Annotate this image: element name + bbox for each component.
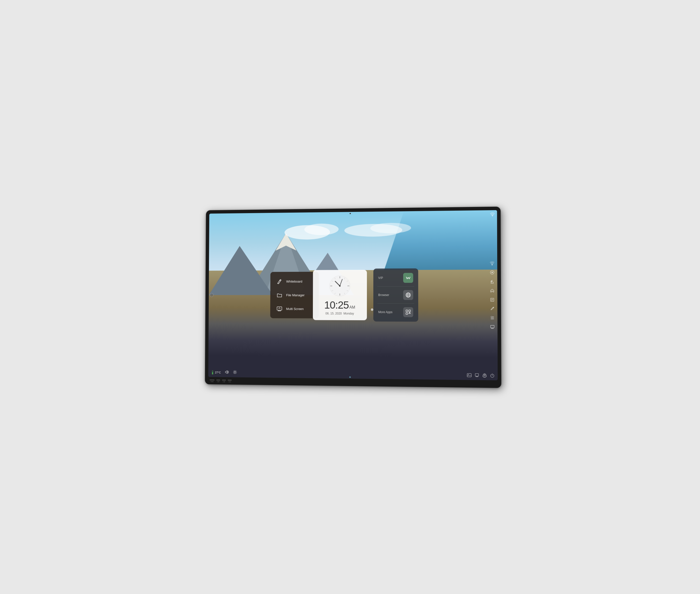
svg-rect-32 — [409, 310, 410, 311]
sidebar-wifi-btn[interactable] — [488, 260, 496, 267]
port-indicators: HDMI USB USB VGA — [210, 380, 231, 383]
tv-screen: Whiteboard File Manager — [208, 210, 498, 381]
file-manager-menu-item[interactable]: File Manager — [273, 289, 316, 301]
bottom-indicator — [349, 376, 351, 378]
browser-icon — [403, 290, 413, 300]
sidebar-home-btn[interactable] — [488, 287, 496, 294]
settings-button[interactable] — [482, 373, 487, 378]
sidebar-screen-btn[interactable] — [488, 323, 496, 330]
svg-point-54 — [212, 373, 213, 374]
digital-time-display: 10:25 AM — [324, 300, 355, 310]
svg-line-61 — [236, 373, 236, 373]
date-value: 06. 15. 2020 — [325, 312, 342, 315]
ampm-label: AM — [349, 305, 355, 309]
more-apps-label: More Apps — [378, 310, 392, 314]
svg-point-28 — [407, 293, 409, 297]
separator-1 — [377, 286, 414, 287]
svg-line-63 — [236, 371, 236, 371]
apps-panel: VIP Browser — [373, 268, 418, 322]
screen-cast-button[interactable] — [475, 373, 479, 378]
more-apps-item[interactable]: More Apps — [375, 305, 416, 320]
camera-dot — [349, 213, 351, 214]
separator-2 — [377, 303, 414, 304]
temperature-display: 27°C — [211, 370, 221, 375]
sidebar-files-btn[interactable] — [488, 296, 496, 303]
sidebar-dot-btn[interactable] — [488, 269, 496, 276]
temperature-value: 27°C — [215, 371, 221, 374]
whiteboard-label: Whiteboard — [286, 279, 302, 283]
svg-point-37 — [491, 272, 492, 273]
port-group-1: HDMI — [210, 380, 214, 382]
vip-app-item[interactable]: VIP — [375, 270, 416, 286]
svg-rect-33 — [406, 313, 408, 315]
gallery-button[interactable] — [467, 373, 472, 378]
sidebar-pen-btn[interactable] — [488, 305, 496, 312]
tv-display: Whiteboard File Manager — [205, 207, 501, 388]
status-left: 27°C — [211, 370, 237, 375]
multi-screen-label: Multi Screen — [286, 307, 304, 310]
vip-icon — [403, 273, 413, 283]
more-apps-icon — [403, 307, 413, 317]
date-display: 06. 15. 2020 Monday — [325, 312, 354, 315]
right-sidebar — [488, 260, 496, 330]
svg-point-45 — [491, 316, 492, 317]
file-manager-label: File Manager — [286, 293, 305, 297]
weekday-value: Monday — [343, 312, 354, 315]
multi-screen-menu-item[interactable]: Multi Screen — [273, 303, 316, 315]
svg-point-55 — [234, 371, 235, 373]
browser-app-item[interactable]: Browser — [375, 288, 416, 303]
file-manager-icon — [275, 291, 283, 299]
port-group-2: USB — [216, 380, 220, 382]
power-button[interactable] — [490, 373, 495, 378]
svg-point-70 — [484, 375, 485, 376]
brightness-button[interactable] — [233, 370, 237, 375]
time-value: 10:25 — [324, 300, 349, 310]
clock-hours: 10 — [324, 299, 335, 311]
svg-point-9 — [492, 216, 493, 216]
whiteboard-icon — [275, 277, 283, 286]
clock-panel: 10:25 AM 06. 15. 2020 Monday — [313, 270, 367, 320]
vip-label: VIP — [378, 276, 383, 280]
svg-point-35 — [492, 265, 492, 265]
main-menu-panel: Whiteboard File Manager — [270, 272, 319, 319]
position-indicator — [371, 308, 373, 311]
analog-clock — [329, 275, 351, 297]
sidebar-back-btn[interactable] — [488, 278, 496, 285]
browser-label: Browser — [378, 293, 389, 297]
svg-rect-66 — [475, 374, 479, 376]
status-right — [467, 373, 495, 378]
svg-line-62 — [233, 373, 234, 373]
svg-rect-31 — [406, 310, 408, 311]
svg-rect-10 — [277, 307, 282, 310]
svg-point-27 — [406, 293, 410, 297]
volume-button[interactable] — [225, 370, 229, 375]
svg-marker-34 — [409, 312, 410, 314]
port-group-4: VGA — [227, 380, 231, 383]
sidebar-sliders-btn[interactable] — [488, 314, 496, 321]
whiteboard-menu-item[interactable]: Whiteboard — [273, 275, 316, 287]
svg-line-60 — [233, 371, 234, 371]
svg-point-47 — [491, 319, 492, 320]
clock-minutes: 25 — [338, 299, 349, 311]
svg-point-46 — [492, 318, 494, 319]
left-adjust-button[interactable] — [210, 293, 213, 297]
multi-screen-icon — [275, 305, 283, 313]
svg-rect-48 — [490, 325, 494, 328]
wifi-status-icon — [490, 212, 495, 217]
port-group-3: USB — [222, 380, 226, 383]
svg-rect-64 — [467, 373, 471, 377]
